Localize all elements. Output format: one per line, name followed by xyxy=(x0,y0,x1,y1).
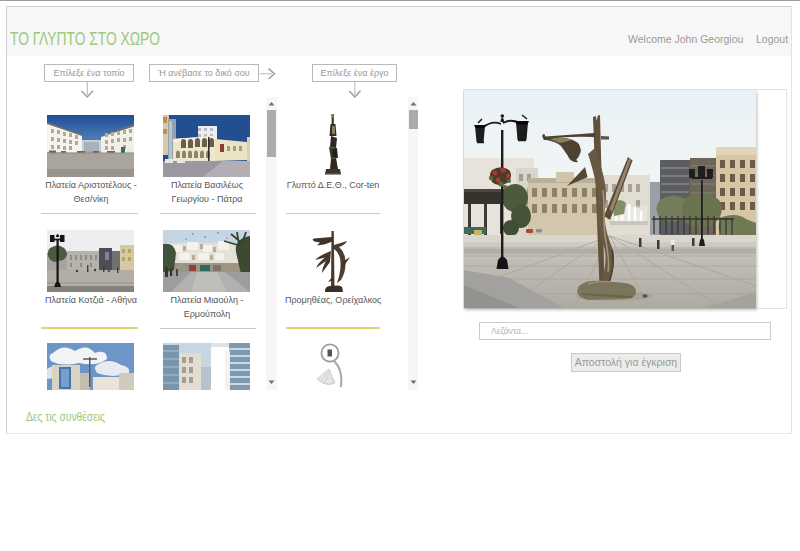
svg-text:ΤΟ ΓΛΥΠΤΟ ΣΤΟ ΧΩΡΟ: ΤΟ ΓΛΥΠΤΟ ΣΤΟ ΧΩΡΟ xyxy=(10,28,160,49)
svg-text:Δες τις συνθέσεις: Δες τις συνθέσεις xyxy=(26,409,105,424)
